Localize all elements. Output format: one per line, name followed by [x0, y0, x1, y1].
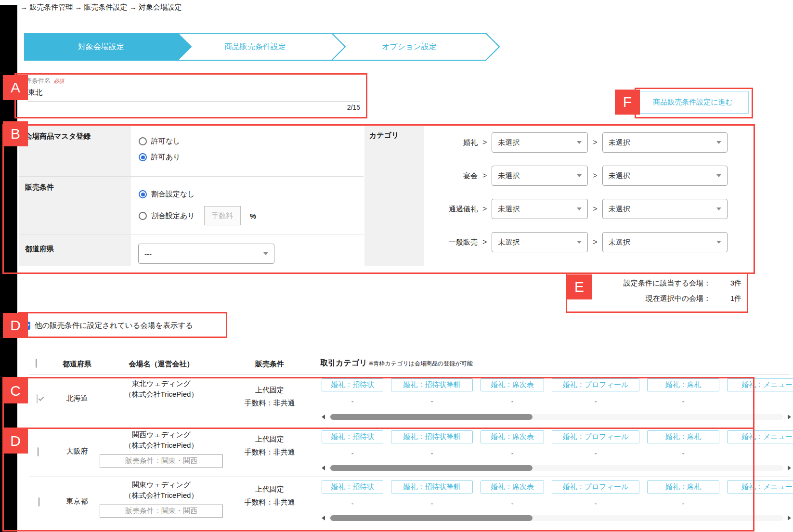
category-tag: 婚礼：席次表 [481, 430, 544, 443]
condition-name-input[interactable]: 東北 [28, 88, 42, 97]
scrollbar-thumb[interactable] [330, 465, 533, 471]
condition-badge: 販売条件：関東・関西 [100, 505, 223, 518]
horizontal-scrollbar[interactable] [322, 464, 791, 472]
category-select-1[interactable]: 未選択 [492, 199, 588, 219]
scroll-left-icon[interactable] [322, 415, 325, 419]
radio-label: 割合設定あり [151, 211, 195, 221]
tag-col: 婚礼：招待状- [322, 480, 383, 507]
select-all-checkbox[interactable] [36, 359, 37, 368]
chevron-down-icon [716, 241, 721, 244]
chevron-down-icon [577, 208, 582, 210]
venue-name: 東北ウェディング [132, 378, 191, 389]
tag-col: 婚礼：席次表- [481, 378, 544, 405]
radio-option-no-ratio[interactable]: 割合設定なし [139, 190, 195, 199]
tag-value-dash: - [595, 450, 597, 457]
tag-value-dash: - [511, 500, 514, 507]
venue-company: （株式会社TricePied） [125, 389, 198, 400]
venue-company: （株式会社TricePied） [125, 440, 198, 451]
category-select-2[interactable]: 未選択 [602, 232, 728, 252]
tag-value-dash: - [351, 450, 354, 457]
radio-on-icon[interactable] [139, 153, 147, 161]
category-select-1[interactable]: 未選択 [492, 132, 588, 153]
scrollbar-track[interactable] [329, 515, 783, 521]
annotation-letter-e: E [567, 274, 592, 299]
tag-col: 婚礼：メニュー [727, 480, 793, 507]
scrollbar-thumb[interactable] [330, 515, 533, 521]
row-checkbox[interactable] [39, 497, 39, 506]
radio-off-icon[interactable] [139, 137, 147, 145]
category-row-label: 通過儀礼 [424, 205, 478, 214]
radio-option-permission[interactable]: 許可あり [139, 153, 181, 162]
show-other-conditions-label: 他の販売条件に設定されている会場を表示する [35, 321, 193, 331]
radio-label: 許可なし [151, 137, 181, 146]
row-prefecture: 大阪府 [53, 447, 101, 456]
matching-venues-value: 3件 [711, 279, 741, 288]
category-select-2[interactable]: 未選択 [602, 166, 728, 186]
radio-on-icon[interactable] [139, 190, 147, 198]
breadcrumb: → 販売条件管理 → 販売条件設定 → 対象会場設定 [20, 3, 182, 12]
show-other-conditions-checkbox-row[interactable]: 他の販売条件に設定されている会場を表示する [22, 321, 193, 331]
step-label: 商品販売条件設定 [178, 33, 332, 61]
horizontal-scrollbar[interactable] [322, 514, 791, 522]
tag-col: 婚礼：招待状- [322, 378, 383, 405]
scroll-right-icon[interactable] [788, 516, 791, 520]
fee-input[interactable]: 手数料 [204, 206, 241, 225]
step-label: オプション設定 [332, 33, 486, 61]
master-registration-label: 会場商品マスタ登録 [25, 132, 91, 141]
radio-option-ratio[interactable]: 割合設定あり 手数料 % [139, 206, 256, 225]
tag-col: 婚礼：席次表- [481, 480, 544, 507]
scroll-right-icon[interactable] [788, 466, 791, 470]
scroll-left-icon[interactable] [322, 466, 325, 470]
scroll-left-icon[interactable] [322, 516, 325, 520]
row-venue-cell: 関西ウェディング （株式会社TricePied） 販売条件：関東・関西 [99, 429, 224, 467]
category-tag: 婚礼：席札 [647, 430, 719, 443]
category-select-1[interactable]: 未選択 [492, 232, 588, 252]
row-condition-cell: 上代固定 手数料：非共通 [236, 482, 303, 508]
category-select-2[interactable]: 未選択 [602, 199, 728, 219]
category-row-label: 婚礼 [424, 138, 478, 147]
row-checkbox-disabled [37, 394, 38, 403]
category-tag: 婚礼：プロフィール [552, 480, 639, 493]
row-condition-cell: 上代固定 手数料：非共通 [236, 383, 303, 409]
category-select-2[interactable]: 未選択 [602, 132, 728, 153]
tag-col: 婚礼：メニュー [727, 378, 793, 405]
scrollbar-track[interactable] [329, 465, 783, 471]
select-value: 未選択 [609, 171, 630, 181]
annotation-box-a [14, 73, 367, 118]
proceed-button[interactable]: 商品販売条件設定に進む [637, 91, 749, 114]
tab-product-condition-setting[interactable]: 商品販売条件設定 [178, 33, 346, 61]
scrollbar-thumb[interactable] [330, 414, 533, 420]
tag-value-dash: - [511, 398, 514, 405]
category-row-rite: 通過儀礼 > 未選択 > 未選択 [424, 199, 728, 219]
category-tag: 婚礼：プロフィール [552, 378, 639, 391]
chevron-down-icon [716, 174, 721, 177]
condition-line2: 手数料：非共通 [245, 495, 295, 508]
scrollbar-track[interactable] [329, 414, 783, 420]
tab-target-venue-setting[interactable]: 対象会場設定 [24, 33, 192, 61]
row-checkbox[interactable] [38, 447, 39, 456]
row-category-tags: 婚礼：招待状- 婚礼：招待状筆耕- 婚礼：席次表- 婚礼：プロフィール- 婚礼：… [322, 430, 793, 457]
venue-name: 関東ウェディング [132, 480, 191, 490]
horizontal-scrollbar[interactable] [322, 413, 791, 421]
scroll-right-icon[interactable] [788, 415, 791, 419]
tag-value-dash: - [595, 500, 597, 507]
chevron-separator: > [482, 171, 487, 180]
tab-option-setting[interactable]: オプション設定 [332, 33, 500, 61]
chevron-separator: > [482, 238, 487, 247]
radio-off-icon[interactable] [139, 212, 147, 220]
header-condition: 販売条件 [236, 360, 303, 369]
category-select-1[interactable]: 未選択 [492, 166, 588, 186]
radio-option-no-permission[interactable]: 許可なし [139, 137, 181, 146]
prefecture-select[interactable]: --- [138, 244, 274, 264]
selected-venues-label: 現在選択中の会場： [583, 294, 711, 303]
tag-col: 婚礼：席札- [647, 378, 719, 405]
category-row-banquet: 宴会 > 未選択 > 未選択 [424, 166, 728, 186]
form-row-divider [19, 176, 364, 177]
category-tag: 婚礼：メニュー [727, 378, 793, 391]
header-divider [29, 375, 790, 375]
annotation-letter-a: A [3, 75, 28, 100]
tag-col: 婚礼：プロフィール- [552, 430, 639, 457]
select-value: 未選択 [609, 238, 630, 247]
tag-value-dash: - [511, 450, 514, 457]
form-row-divider [19, 234, 364, 234]
